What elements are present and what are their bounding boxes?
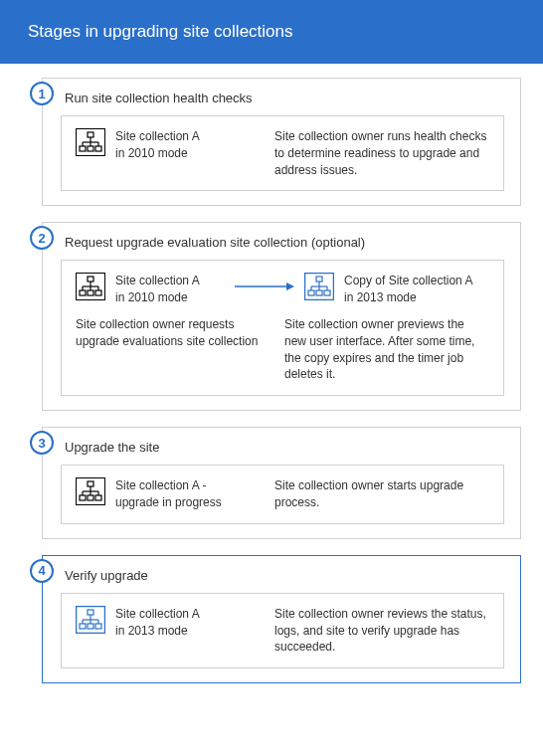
svg-rect-17	[80, 290, 86, 295]
svg-rect-31	[324, 290, 330, 295]
note-a: Site collection owner requests upgrade e…	[76, 316, 274, 350]
stage-1: 1 Run site collection health checks	[30, 78, 521, 206]
stage-title: Upgrade the site	[65, 440, 504, 455]
arrow-icon	[235, 273, 294, 292]
stage-box: Verify upgrade	[42, 555, 521, 683]
site-name: Site collection A	[115, 273, 200, 289]
stage-row: Site collection A - upgrade in progress …	[76, 477, 489, 511]
stage-number: 3	[38, 436, 45, 451]
stage-inner-box: Site collection A in 2010 mode Site coll…	[61, 115, 504, 191]
svg-rect-29	[308, 290, 314, 295]
stage-box: Upgrade the site	[42, 427, 521, 539]
site-name: Site collection A	[115, 128, 200, 145]
svg-rect-51	[95, 624, 101, 629]
site-mode: in 2010 mode	[115, 289, 200, 306]
stage-4: 4 Verify upgrade	[30, 555, 521, 683]
site-mode: in 2013 mode	[344, 289, 472, 306]
stage-inner-box: Site collection A - upgrade in progress …	[61, 465, 504, 524]
stage-row-bottom: Site collection owner requests upgrade e…	[76, 316, 489, 383]
stage-inner-box: Site collection A in 2010 mode	[61, 260, 504, 396]
stage-3: 3 Upgrade the site	[30, 427, 521, 539]
content-area: 1 Run site collection health checks	[0, 64, 543, 713]
page-header: Stages in upgrading site collections	[0, 0, 543, 64]
site-collection-icon	[76, 477, 105, 505]
stage-description: Site collection owner starts upgrade pro…	[274, 477, 489, 511]
site-label: Site collection A in 2013 mode	[115, 606, 200, 640]
svg-rect-40	[88, 495, 93, 500]
stage-number: 4	[38, 563, 45, 578]
site-cell: Site collection A in 2013 mode	[76, 606, 265, 640]
site-collection-icon	[76, 128, 105, 156]
site-label: Site collection A in 2010 mode	[115, 128, 200, 162]
site-cell: Site collection A in 2010 mode	[76, 128, 265, 162]
stage-2: 2 Request upgrade evaluation site collec…	[30, 222, 521, 411]
stage-box: Run site collection health checks	[42, 78, 521, 206]
svg-rect-23	[316, 277, 322, 282]
stage-row: Site collection A in 2013 mode Site coll…	[76, 606, 489, 656]
site-name: Site collection A	[115, 606, 200, 623]
site-collection-icon	[304, 273, 334, 300]
svg-rect-19	[95, 290, 101, 295]
site-collection-icon	[76, 606, 105, 634]
site-collection-icon	[76, 273, 105, 300]
svg-rect-41	[95, 495, 101, 500]
site-name: Copy of Site collection A	[344, 273, 472, 289]
stage-number-badge: 3	[30, 431, 54, 455]
site-mode: upgrade in progress	[115, 494, 222, 511]
site-cell: Site collection A - upgrade in progress	[76, 477, 265, 511]
stage-row-top: Site collection A in 2010 mode	[76, 273, 489, 306]
svg-rect-33	[88, 481, 93, 486]
page-title: Stages in upgrading site collections	[28, 22, 293, 41]
svg-rect-43	[88, 610, 93, 615]
stage-title: Request upgrade evaluation site collecti…	[65, 235, 504, 250]
stage-row: Site collection A in 2010 mode Site coll…	[76, 128, 489, 178]
stage-title: Verify upgrade	[65, 568, 504, 583]
svg-rect-18	[88, 290, 93, 295]
site-mode: in 2010 mode	[115, 145, 200, 162]
svg-rect-39	[80, 495, 86, 500]
note-b: Site collection owner previews the new u…	[284, 316, 489, 383]
svg-rect-1	[88, 132, 93, 137]
site-cell-a: Site collection A in 2010 mode	[76, 273, 225, 306]
svg-marker-21	[286, 283, 294, 290]
stage-description: Site collection owner reviews the status…	[274, 606, 489, 656]
svg-rect-7	[80, 146, 86, 151]
svg-rect-8	[88, 146, 93, 151]
site-cell-b: Copy of Site collection A in 2013 mode	[304, 273, 489, 306]
stage-box: Request upgrade evaluation site collecti…	[42, 222, 521, 411]
svg-rect-9	[95, 146, 101, 151]
svg-rect-49	[80, 624, 86, 629]
svg-rect-50	[88, 624, 93, 629]
stage-inner-box: Site collection A in 2013 mode Site coll…	[61, 593, 504, 668]
stage-number: 1	[38, 87, 45, 101]
site-label-b: Copy of Site collection A in 2013 mode	[344, 273, 472, 306]
site-label-a: Site collection A in 2010 mode	[115, 273, 200, 306]
site-label: Site collection A - upgrade in progress	[115, 477, 222, 511]
stage-description: Site collection owner runs health checks…	[274, 128, 489, 178]
svg-rect-30	[316, 290, 322, 295]
site-mode: in 2013 mode	[115, 623, 200, 640]
stage-number-badge: 1	[30, 82, 54, 105]
stage-title: Run site collection health checks	[65, 91, 504, 105]
site-name: Site collection A -	[115, 477, 222, 494]
stage-number-badge: 4	[30, 559, 54, 583]
svg-rect-11	[88, 277, 93, 282]
stage-number: 2	[38, 231, 45, 246]
